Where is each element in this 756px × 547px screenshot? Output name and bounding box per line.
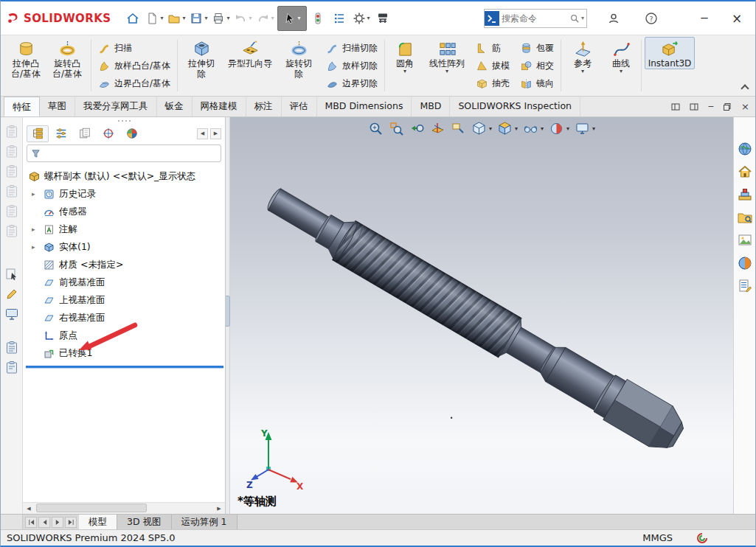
minimize-button[interactable]: ─ xyxy=(693,12,715,25)
tree-item-origin[interactable]: 原点 xyxy=(26,327,225,344)
view-orientation-icon[interactable] xyxy=(471,121,487,136)
extruded-boss-button[interactable]: 拉伸凸 台/基体 xyxy=(5,37,46,80)
mirror-button[interactable]: 镜向 xyxy=(517,74,557,92)
lofted-cut-button[interactable]: 放样切除 xyxy=(323,57,381,74)
scroll-thumb[interactable] xyxy=(36,504,147,512)
scroll-track[interactable] xyxy=(35,503,213,515)
tree-filter[interactable] xyxy=(27,144,221,162)
fillet-button[interactable]: 圆角 ▾ xyxy=(388,37,422,75)
tab-3d-views[interactable]: 3D 视图 xyxy=(117,515,172,529)
pane-right-icon[interactable] xyxy=(690,102,698,111)
extruded-cut-button[interactable]: 拉伸切 除 xyxy=(181,37,222,80)
redo-button[interactable]: ▾ xyxy=(255,7,276,29)
revolved-cut-button[interactable]: 旋转切 除 xyxy=(278,37,319,80)
display-manager-tab[interactable] xyxy=(121,125,143,142)
print-button[interactable]: ▾ xyxy=(210,7,231,29)
resources-button[interactable] xyxy=(373,7,393,29)
tree-item-annotations[interactable]: ▸ 注解 xyxy=(26,220,225,238)
feature-tree-tab[interactable] xyxy=(27,125,49,142)
swept-cut-button[interactable]: 扫描切除 xyxy=(323,39,381,57)
draft-button[interactable]: 拔模 xyxy=(473,57,513,74)
dimxpert-manager-tab[interactable] xyxy=(97,125,119,142)
tab-model[interactable]: 模型 xyxy=(79,515,117,529)
swept-boss-button[interactable]: 扫描 xyxy=(95,39,135,57)
tab-mbd[interactable]: MBD xyxy=(412,97,450,116)
design-library-icon[interactable] xyxy=(737,187,753,203)
linear-pattern-flyout-icon[interactable]: ▾ xyxy=(445,69,448,74)
help-button[interactable]: ? xyxy=(641,7,661,29)
model-worm-screw[interactable] xyxy=(230,117,733,514)
view-settings-icon[interactable] xyxy=(575,121,590,136)
clipboard-paste-icon[interactable] xyxy=(4,360,19,375)
restore-document-icon[interactable] xyxy=(723,102,732,111)
undo-button[interactable]: ▾ xyxy=(232,7,253,29)
lofted-boss-button[interactable]: 放样凸台/基体 xyxy=(95,57,173,74)
panel-grip[interactable] xyxy=(23,117,225,124)
options-button[interactable]: ▾ xyxy=(351,7,372,29)
search-input[interactable] xyxy=(502,13,568,24)
close-button[interactable]: × xyxy=(726,11,748,26)
tab-share-tools[interactable]: 我爱分享网工具 xyxy=(75,97,157,116)
tab-inspection[interactable]: SOLIDWORKS Inspection xyxy=(450,97,580,116)
tab-markup[interactable]: 标注 xyxy=(246,97,282,116)
custom-properties-icon[interactable] xyxy=(737,278,753,294)
clipboard-copy-icon[interactable] xyxy=(4,341,19,355)
clipboard-icon[interactable] xyxy=(4,144,19,159)
fillet-flyout-icon[interactable]: ▾ xyxy=(403,69,406,74)
reference-geometry-button[interactable]: 参考 ▾ xyxy=(564,37,601,75)
linear-pattern-button[interactable]: 线性阵列 ▾ xyxy=(425,37,469,75)
search-chevron-icon[interactable]: ▾ xyxy=(581,15,584,21)
previous-tab-icon[interactable] xyxy=(38,517,50,528)
view-palette-icon[interactable] xyxy=(737,232,753,248)
tree-item-right-plane[interactable]: 右视基准面 xyxy=(26,309,225,327)
clipboard-icon[interactable] xyxy=(4,224,19,239)
last-tab-icon[interactable] xyxy=(65,517,77,528)
home-button[interactable] xyxy=(122,7,142,29)
instant3d-button[interactable]: Instant3D xyxy=(645,37,695,69)
tab-motion-study[interactable]: 运动算例 1 xyxy=(172,515,237,529)
display-style-icon[interactable] xyxy=(497,121,513,136)
clipboard-icon[interactable] xyxy=(4,184,19,199)
pane-left-icon[interactable] xyxy=(671,102,680,111)
rib-button[interactable]: 筋 xyxy=(473,39,504,57)
magnifier-icon[interactable] xyxy=(570,14,579,23)
clipboard-icon[interactable] xyxy=(4,164,19,179)
rollback-bar[interactable] xyxy=(26,366,223,368)
tree-filter-input[interactable] xyxy=(44,148,217,158)
intersect-button[interactable]: 相交 xyxy=(517,57,557,74)
ribbon-collapse-icon[interactable] xyxy=(741,84,749,92)
solidworks-resources-home-icon[interactable] xyxy=(737,164,753,180)
scroll-right-icon[interactable]: ▶ xyxy=(213,503,225,515)
chevron-down-icon[interactable]: ▾ xyxy=(541,125,544,132)
chevron-down-icon[interactable]: ▾ xyxy=(566,125,569,132)
boundary-boss-button[interactable]: 边界凸台/基体 xyxy=(95,74,173,92)
zoom-to-fit-icon[interactable] xyxy=(368,121,384,136)
new-document-button[interactable]: ▾ xyxy=(144,7,164,29)
curves-button[interactable]: 曲线 ▾ xyxy=(604,37,638,75)
panel-tabs-left-icon[interactable]: ◀ xyxy=(197,128,208,139)
previous-view-icon[interactable] xyxy=(409,121,425,136)
search-scope-icon[interactable] xyxy=(485,11,499,26)
configuration-manager-tab[interactable] xyxy=(74,125,96,142)
expand-chevron-icon[interactable]: ▸ xyxy=(32,243,35,251)
appearances-scenes-icon[interactable] xyxy=(737,255,753,271)
first-tab-icon[interactable] xyxy=(25,517,37,528)
tab-mesh-modeling[interactable]: 网格建模 xyxy=(193,97,246,116)
tree-item-history[interactable]: ▸ 历史记录 xyxy=(26,185,225,203)
curves-flyout-icon[interactable]: ▾ xyxy=(620,69,623,74)
rebuild-button[interactable] xyxy=(308,7,328,29)
section-view-icon[interactable] xyxy=(430,121,445,136)
file-explorer-icon[interactable] xyxy=(737,209,753,226)
edit-appearance-icon[interactable] xyxy=(549,121,564,136)
monitor-icon[interactable] xyxy=(4,307,19,321)
tree-item-top-plane[interactable]: 上视基准面 xyxy=(26,291,225,309)
tab-sketch[interactable]: 草图 xyxy=(40,97,75,116)
pencil-icon[interactable] xyxy=(4,287,19,302)
save-button[interactable]: ▾ xyxy=(188,7,209,29)
clipboard-icon[interactable] xyxy=(4,204,19,219)
chevron-down-icon[interactable]: ▾ xyxy=(489,125,492,132)
dynamic-annotation-icon[interactable] xyxy=(451,121,466,136)
clipboard-icon[interactable] xyxy=(4,125,19,139)
close-document-icon[interactable]: × xyxy=(741,101,749,112)
hide-show-items-icon[interactable] xyxy=(523,121,538,136)
